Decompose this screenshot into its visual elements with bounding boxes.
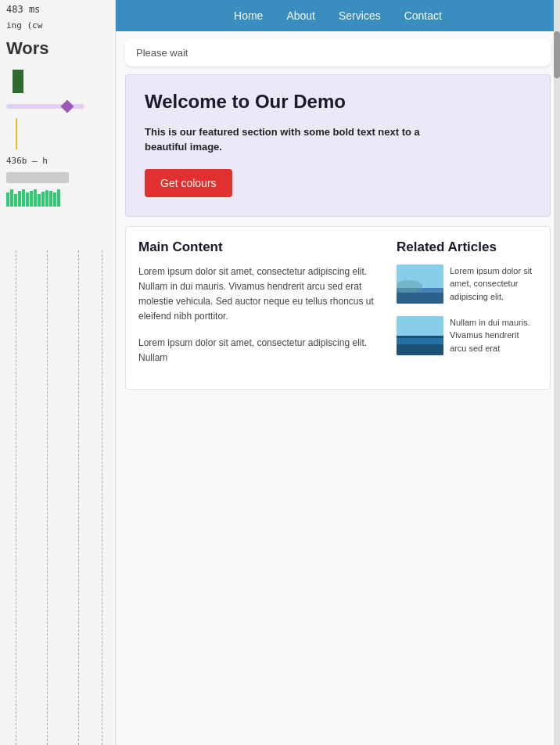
green-bar-5: [22, 189, 25, 207]
purple-bar-container: [0, 98, 115, 115]
timing-label-1: 483 ms: [0, 0, 115, 19]
green-bar-1: [6, 193, 9, 207]
related-item-1-text: Lorem ipsum dolor sit amet, consectetur …: [450, 265, 537, 304]
svg-rect-4: [397, 316, 443, 336]
browser-preview-panel: Home About Services Contact Please wait …: [116, 0, 560, 745]
hero-title: Welcome to Our Demo: [145, 91, 531, 113]
content-area: Please wait Welcome to Our Demo This is …: [116, 31, 560, 745]
green-bar-11: [45, 190, 48, 207]
hero-subtitle: This is our featured section with some b…: [145, 124, 442, 155]
yellow-vertical-line: [16, 118, 17, 149]
nav-home[interactable]: Home: [234, 9, 263, 22]
green-bar-6: [26, 193, 29, 207]
scrollbar-track[interactable]: [554, 0, 560, 745]
green-bar-2: [10, 189, 13, 207]
hex-label: 436b — h: [0, 153, 115, 169]
two-column-section: Main Content Lorem ipsum dolor sit amet,…: [125, 226, 551, 390]
nav-contact[interactable]: Contact: [404, 9, 442, 22]
green-bar-13: [53, 193, 56, 207]
purple-diamond-marker: [61, 100, 74, 113]
wors-label: Wors: [0, 32, 115, 65]
related-articles-column: Related Articles Lorem ipsum dolor sit a…: [397, 239, 537, 376]
green-bar-12: [49, 191, 52, 207]
main-content-heading: Main Content: [138, 239, 384, 255]
related-item-2-text: Nullam in dui mauris. Vivamus hendrerit …: [450, 316, 537, 355]
green-bars-group: [0, 186, 115, 210]
related-item-1: Lorem ipsum dolor sit amet, consectetur …: [397, 265, 537, 304]
svg-rect-3: [397, 293, 443, 304]
dev-tools-panel: 483 ms ing (cw Wors 436b — h: [0, 0, 116, 745]
gray-bar: [6, 172, 69, 183]
related-image-1: [397, 265, 443, 304]
green-indicator-box: [13, 70, 23, 93]
hero-section: Welcome to Our Demo This is our featured…: [125, 74, 551, 217]
green-bar-4: [18, 191, 21, 207]
main-content-para-2: Lorem ipsum dolor sit amet, consectetur …: [138, 336, 384, 365]
green-bar-8: [34, 189, 37, 207]
dashed-line-1: [16, 250, 16, 745]
dashed-line-2: [47, 250, 48, 745]
related-articles-heading: Related Articles: [397, 239, 537, 255]
nav-about[interactable]: About: [286, 9, 315, 22]
nav-services[interactable]: Services: [339, 9, 381, 22]
related-image-2: [397, 316, 443, 355]
navigation-bar: Home About Services Contact: [116, 0, 560, 31]
purple-progress-bar: [6, 104, 84, 109]
get-colours-button[interactable]: Get colours: [145, 169, 232, 197]
green-bar-7: [30, 191, 33, 207]
green-bar-14: [57, 189, 60, 207]
please-wait-text: Please wait: [136, 47, 188, 59]
main-content-column: Main Content Lorem ipsum dolor sit amet,…: [138, 239, 384, 376]
dashed-line-3: [78, 250, 79, 745]
green-bar-3: [14, 194, 17, 207]
please-wait-bar: Please wait: [125, 39, 551, 67]
related-item-2: Nullam in dui mauris. Vivamus hendrerit …: [397, 316, 537, 355]
main-content-para-1: Lorem ipsum dolor sit amet, consectetur …: [138, 265, 384, 325]
timing-label-2: ing (cw: [0, 19, 115, 32]
svg-rect-6: [397, 338, 443, 344]
scrollbar-thumb[interactable]: [554, 31, 560, 78]
green-bar-10: [41, 192, 45, 207]
green-bar-9: [38, 194, 41, 207]
dashed-line-4: [102, 250, 102, 745]
